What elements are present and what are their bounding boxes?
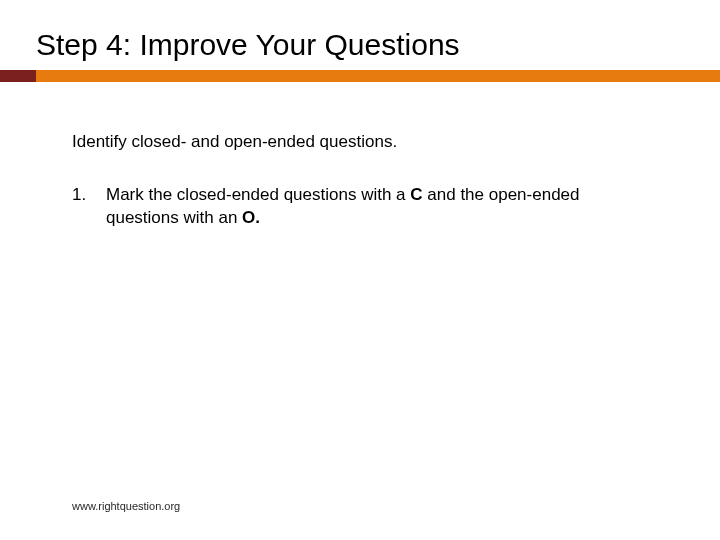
intro-text: Identify closed- and open-ended question…	[72, 132, 660, 152]
list-item: 1. Mark the closed-ended questions with …	[72, 184, 660, 230]
text-o: O.	[242, 208, 260, 227]
slide-body: Identify closed- and open-ended question…	[0, 82, 720, 230]
slide: Step 4: Improve Your Questions Identify …	[0, 0, 720, 540]
footer-url: www.rightquestion.org	[72, 500, 180, 512]
text-c: C	[410, 185, 422, 204]
text-pre: Mark the closed-ended questions with a	[106, 185, 410, 204]
divider-accent	[0, 70, 36, 82]
list-number: 1.	[72, 184, 98, 230]
divider-bar	[0, 70, 720, 82]
slide-title: Step 4: Improve Your Questions	[0, 0, 720, 70]
list-text: Mark the closed-ended questions with a C…	[98, 184, 660, 230]
instruction-list: 1. Mark the closed-ended questions with …	[72, 184, 660, 230]
